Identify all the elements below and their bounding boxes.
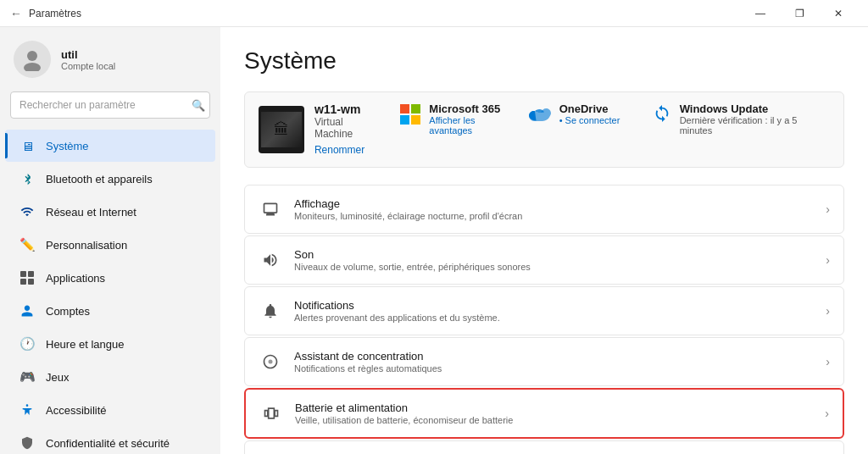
son-icon — [259, 248, 282, 272]
user-name: util — [61, 48, 115, 61]
reseau-icon — [19, 203, 36, 220]
setting-item-concentration[interactable]: Assistant de concentration Notifications… — [244, 337, 844, 386]
info-card-title: Windows Update — [680, 102, 806, 115]
info-card-subtitle[interactable]: • Se connecter — [559, 115, 620, 125]
notifications-text: Notifications Alertes provenant des appl… — [294, 299, 819, 323]
applications-icon — [19, 269, 36, 286]
search-input[interactable] — [10, 91, 210, 119]
info-card-subtitle[interactable]: Afficher les avantages — [429, 115, 503, 136]
svg-point-0 — [27, 51, 37, 61]
setting-item-son[interactable]: Son Niveaux de volume, sortie, entrée, p… — [244, 235, 844, 285]
affichage-text: Affichage Moniteurs, luminosité, éclaira… — [294, 197, 819, 221]
titlebar-left: ← Paramètres — [10, 7, 81, 20]
sidebar-item-heure[interactable]: 🕐 Heure et langue — [5, 328, 215, 360]
info-card-windowsupdate[interactable]: Windows Update Dernière vérification : i… — [653, 102, 806, 136]
setting-subtitle: Moniteurs, luminosité, éclairage nocturn… — [294, 211, 819, 221]
device-type: Virtual Machine — [314, 116, 373, 140]
info-card-microsoft365-text: Microsoft 365 Afficher les avantages — [429, 102, 503, 136]
setting-item-batterie[interactable]: Batterie et alimentation Veille, utilisa… — [244, 388, 844, 439]
sidebar: util Compte local 🔍 🖥 Système Bluetooth — [0, 27, 220, 454]
device-image — [259, 106, 304, 153]
sidebar-item-accessibilite[interactable]: Accessibilité — [5, 394, 215, 426]
sidebar-item-reseau[interactable]: Réseau et Internet — [5, 196, 215, 228]
info-card-onedrive-text: OneDrive • Se connecter — [559, 102, 620, 125]
info-card-microsoft365[interactable]: Microsoft 365 Afficher les avantages — [400, 102, 503, 136]
maximize-button[interactable]: ❐ — [780, 0, 819, 27]
device-card: w11-wm Virtual Machine Renommer — [259, 102, 373, 157]
setting-item-affichage[interactable]: Affichage Moniteurs, luminosité, éclaira… — [244, 185, 844, 234]
setting-item-stockage[interactable]: Stockage Espace de stockage, lecteurs, r… — [244, 440, 844, 454]
device-image-inner — [261, 112, 302, 147]
user-section: util Compte local — [0, 27, 220, 88]
titlebar-title: Paramètres — [29, 8, 81, 19]
svg-rect-2 — [20, 271, 26, 277]
sidebar-item-jeux[interactable]: 🎮 Jeux — [5, 361, 215, 393]
titlebar: ← Paramètres — ❐ ✕ — [0, 0, 868, 27]
svg-rect-7 — [411, 104, 420, 114]
notifications-icon — [259, 299, 282, 323]
chevron-right-icon: › — [826, 355, 830, 368]
info-cards-row: w11-wm Virtual Machine Renommer Micros — [244, 91, 844, 168]
page-title: Système — [244, 47, 844, 75]
sidebar-item-label: Personnalisation — [46, 239, 127, 252]
sidebar-item-label: Bluetooth et appareils — [46, 173, 153, 185]
sidebar-item-label: Jeux — [46, 371, 69, 384]
device-info: w11-wm Virtual Machine Renommer — [314, 102, 373, 157]
device-rename-link[interactable]: Renommer — [314, 144, 364, 156]
device-name: w11-wm — [314, 102, 373, 116]
sidebar-item-label: Heure et langue — [46, 338, 125, 351]
sidebar-item-confidentialite[interactable]: Confidentialité et sécurité — [5, 427, 215, 454]
close-button[interactable]: ✕ — [819, 0, 858, 27]
setting-item-notifications[interactable]: Notifications Alertes provenant des appl… — [244, 286, 844, 335]
confidentialite-icon — [19, 435, 36, 451]
user-info: util Compte local — [61, 48, 115, 71]
search-icon-button[interactable]: 🔍 — [192, 99, 205, 112]
setting-title: Affichage — [294, 197, 819, 210]
minimize-button[interactable]: — — [741, 0, 780, 27]
svg-rect-5 — [28, 279, 34, 285]
sidebar-item-bluetooth[interactable]: Bluetooth et appareils — [5, 163, 215, 195]
setting-title: Assistant de concentration — [294, 350, 819, 363]
svg-rect-8 — [400, 115, 409, 125]
titlebar-controls: — ❐ ✕ — [741, 0, 858, 27]
svg-rect-3 — [28, 271, 34, 277]
onedrive-icon — [527, 104, 551, 126]
svg-point-10 — [269, 360, 273, 364]
sidebar-item-label: Applications — [46, 272, 105, 285]
svg-rect-4 — [20, 279, 26, 285]
son-text: Son Niveaux de volume, sortie, entrée, p… — [294, 248, 819, 272]
back-button[interactable]: ← — [10, 7, 22, 20]
jeux-icon: 🎮 — [19, 368, 36, 385]
info-card-title: OneDrive — [559, 102, 620, 115]
settings-list: Affichage Moniteurs, luminosité, éclaira… — [244, 185, 844, 454]
svg-point-1 — [24, 63, 41, 71]
chevron-right-icon: › — [825, 407, 829, 420]
accessibilite-icon — [19, 401, 36, 418]
chevron-right-icon: › — [826, 253, 830, 267]
search-box: 🔍 — [10, 91, 210, 119]
main-content: Système w11-wm Virtual Machine Renommer — [220, 27, 868, 454]
info-card-update-text: Windows Update Dernière vérification : i… — [680, 102, 806, 136]
info-card-subtitle: Dernière vérification : il y a 5 minutes — [680, 115, 806, 136]
sidebar-item-label: Réseau et Internet — [46, 206, 136, 219]
nav-list: 🖥 Système Bluetooth et appareils Réseau … — [0, 125, 220, 454]
concentration-icon — [259, 350, 282, 374]
info-card-onedrive[interactable]: OneDrive • Se connecter — [527, 102, 629, 126]
sidebar-item-personnalisation[interactable]: ✏️ Personnalisation — [5, 229, 215, 261]
setting-subtitle: Alertes provenant des applications et du… — [294, 313, 819, 323]
setting-subtitle: Veille, utilisation de batterie, économi… — [295, 415, 818, 425]
svg-rect-6 — [400, 104, 409, 114]
setting-title: Son — [294, 248, 819, 261]
svg-rect-9 — [411, 115, 420, 125]
setting-subtitle: Niveaux de volume, sortie, entrée, périp… — [294, 262, 819, 272]
comptes-icon — [19, 302, 36, 319]
windowsupdate-icon — [653, 104, 671, 128]
sidebar-item-label: Confidentialité et sécurité — [46, 437, 170, 450]
sidebar-item-applications[interactable]: Applications — [5, 262, 215, 294]
heure-icon: 🕐 — [19, 335, 36, 352]
sidebar-item-label: Accessibilité — [46, 404, 107, 417]
info-card-title: Microsoft 365 — [429, 102, 503, 115]
sidebar-item-systeme[interactable]: 🖥 Système — [5, 130, 215, 162]
chevron-right-icon: › — [826, 304, 830, 318]
sidebar-item-comptes[interactable]: Comptes — [5, 295, 215, 327]
